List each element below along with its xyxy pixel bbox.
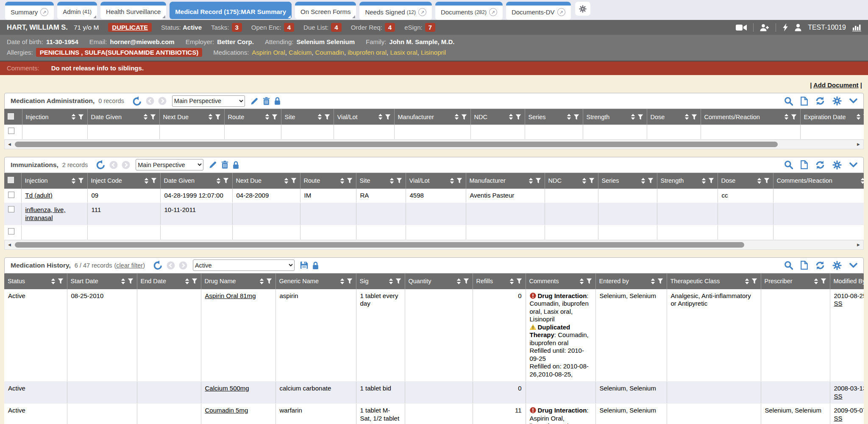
col-header-series[interactable]: Series [525,109,583,125]
cell-link[interactable]: Coumadin 5mg [205,407,248,414]
scroll-track[interactable] [15,142,853,147]
filter-icon[interactable] [515,114,521,120]
cell-link[interactable]: Aspirin Oral 81mg [205,292,256,299]
col-header-ndc[interactable]: NDC [545,173,598,189]
scroll-thumb[interactable] [15,142,778,147]
filter-icon[interactable] [347,178,353,184]
filter-icon[interactable] [223,178,229,184]
col-header-modified-by[interactable]: Modified By [830,273,864,289]
filter-icon[interactable] [215,114,221,120]
scroll-right-arrow[interactable]: ► [856,243,861,247]
medication-link[interactable]: ibuprofen oral [348,49,387,56]
sort-icon[interactable] [684,114,689,120]
trash-icon[interactable] [221,161,228,169]
col-header-status[interactable]: Status [4,273,67,289]
lock-icon[interactable] [233,161,239,169]
sort-icon[interactable] [567,114,571,120]
lock-icon[interactable] [274,97,281,105]
lock-icon[interactable] [312,261,319,270]
scroll-track[interactable] [15,242,853,248]
sort-icon[interactable] [389,178,394,184]
col-header-expiration-date[interactable]: Expiration Date [800,109,864,125]
sort-icon[interactable] [860,178,864,184]
cell-link[interactable]: Calcium 500mg [205,385,249,392]
allergies-badge[interactable]: PENICILLINS , SULFA(SULFONAMIDE ANTIBIOT… [36,48,202,57]
filter-icon[interactable] [791,114,797,120]
col-header-sig[interactable]: Sig [356,273,405,289]
sort-icon[interactable] [454,114,459,120]
scroll-left-arrow[interactable]: ◄ [7,142,12,147]
sort-icon[interactable] [641,178,645,184]
col-header-next-due[interactable]: Next Due [232,173,300,189]
sort-icon[interactable] [509,278,514,285]
row-checkbox[interactable] [8,228,14,234]
filter-icon[interactable] [751,278,757,284]
medication-history-perspective-select[interactable]: Active [193,259,295,271]
trash-icon[interactable] [263,97,270,105]
sort-icon[interactable] [456,278,461,285]
popout-icon[interactable]: ↗ [418,8,426,16]
sort-icon[interactable] [144,178,149,184]
sort-icon[interactable] [757,178,762,184]
modified-by-user-link[interactable]: SS [834,300,843,307]
undo-icon[interactable] [153,260,163,270]
medication-link[interactable]: Coumadin [315,49,344,56]
sort-icon[interactable] [208,114,213,120]
filter-icon[interactable] [192,278,198,284]
collapse-icon[interactable] [849,98,857,103]
counter-badge[interactable]: 4 [331,23,341,32]
col-header-comments[interactable]: Comments [526,273,595,289]
col-header-strength[interactable]: Strength [657,173,718,189]
pencil-icon[interactable] [250,97,259,105]
filter-icon[interactable] [691,114,697,120]
row-checkbox[interactable] [8,206,14,212]
filter-icon[interactable] [58,278,64,284]
filter-icon[interactable] [516,278,522,284]
sort-icon[interactable] [71,178,76,184]
filter-icon[interactable] [347,278,353,284]
collapse-icon[interactable] [849,263,857,268]
col-header-comments-reaction[interactable]: Comments/Reaction [773,173,864,189]
col-header-inject-code[interactable]: Inject Code [87,173,160,189]
sort-icon[interactable] [784,114,789,120]
sort-icon[interactable] [259,278,264,285]
col-header-start-date[interactable]: Start Date [67,273,137,289]
popout-icon[interactable]: ↗ [40,8,48,16]
sort-icon[interactable] [631,114,635,120]
filter-icon[interactable] [463,278,469,284]
filter-icon[interactable] [708,178,714,184]
filter-icon[interactable] [151,178,157,184]
sort-icon[interactable] [265,114,270,120]
scroll-right-arrow[interactable]: ► [856,142,861,147]
collapse-icon[interactable] [849,162,857,167]
pencil-icon[interactable] [209,161,217,169]
col-header-route[interactable]: Route [300,173,356,189]
filter-icon[interactable] [573,114,579,120]
undo-icon[interactable] [132,96,142,106]
scroll-left-arrow[interactable]: ◄ [7,243,12,247]
row-checkbox[interactable] [8,192,14,198]
sort-icon[interactable] [450,178,454,184]
filter-icon[interactable] [863,114,864,120]
col-header-date-given[interactable]: Date Given [87,109,159,125]
immunizations-perspective-select[interactable]: Main Perspective [136,159,203,170]
refresh-icon[interactable] [815,96,825,106]
sort-icon[interactable] [745,278,749,285]
duplicate-badge[interactable]: DUPLICATE [108,23,152,32]
col-header-series[interactable]: Series [598,173,657,189]
col-header-prescriber[interactable]: Prescriber [761,273,830,289]
col-header-therapeutic-class[interactable]: Therapeutic Class [667,273,761,289]
tab-medical-record-175-mar-summary[interactable]: Medical Record (175):MAR Summary [170,2,292,19]
medication-link[interactable]: Lisinopril [421,49,446,56]
sort-icon[interactable] [582,178,587,184]
clear-filter-link[interactable]: clear filter [116,262,143,269]
filter-icon[interactable] [272,114,278,120]
sort-icon[interactable] [579,278,584,285]
undo-icon[interactable] [96,160,106,170]
col-header-manufacturer[interactable]: Manufacturer [466,173,545,189]
search-icon[interactable] [784,261,793,270]
sort-icon[interactable] [143,114,148,120]
refresh-icon[interactable] [815,261,825,270]
col-header-vial-lot[interactable]: Vial/Lot [406,173,466,189]
sort-icon[interactable] [389,278,393,285]
